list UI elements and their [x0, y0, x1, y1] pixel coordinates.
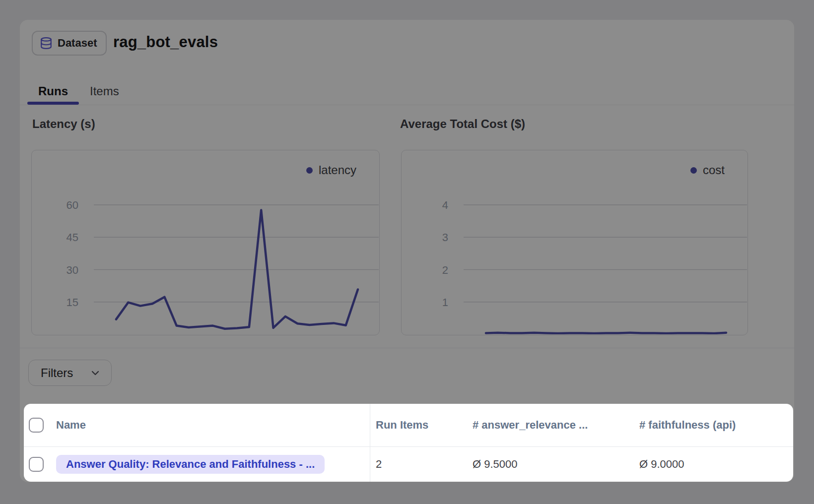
run-name-text: Answer Quality: Relevance and Faithfulne…	[66, 458, 315, 471]
column-header-answer-relevance[interactable]: # answer_relevance ...	[473, 404, 588, 446]
filters-button[interactable]: Filters	[28, 360, 112, 386]
cell-run-items: 2	[376, 446, 382, 482]
tab-runs[interactable]: Runs	[27, 78, 79, 105]
dataset-badge-label: Dataset	[58, 37, 97, 50]
svg-text:2: 2	[442, 264, 448, 276]
cost-legend-label: cost	[703, 163, 725, 177]
latency-chart-canvas: 60453015	[32, 150, 379, 334]
column-divider	[370, 404, 370, 482]
cost-legend-dot	[690, 167, 697, 174]
screenshot-stage: Dataset rag_bot_evals Runs Items Latency…	[0, 0, 814, 504]
svg-text:4: 4	[442, 199, 448, 211]
chart-title-latency: Latency (s)	[32, 117, 95, 131]
tab-runs-label: Runs	[38, 84, 68, 98]
tab-bar: Runs Items	[20, 78, 794, 105]
page-title: rag_bot_evals	[113, 31, 218, 54]
svg-text:15: 15	[67, 296, 78, 309]
cost-legend: cost	[690, 163, 725, 177]
cell-faithfulness: Ø 9.0000	[639, 446, 684, 482]
svg-text:60: 60	[67, 199, 78, 211]
tab-items-label: Items	[90, 84, 119, 98]
chart-title-cost: Average Total Cost ($)	[400, 117, 525, 131]
latency-chart-panel: 60453015 latency	[31, 150, 380, 335]
table-row: Answer Quality: Relevance and Faithfulne…	[24, 446, 793, 482]
chevron-down-icon	[89, 367, 101, 379]
runs-table: Name Run Items # answer_relevance ... # …	[24, 404, 793, 482]
svg-text:45: 45	[67, 231, 78, 244]
cost-chart-canvas: 4321	[402, 150, 747, 334]
select-all-checkbox[interactable]	[29, 418, 44, 433]
column-header-name[interactable]: Name	[56, 404, 86, 446]
svg-text:30: 30	[67, 264, 78, 276]
latency-legend-label: latency	[319, 163, 356, 177]
filters-button-label: Filters	[41, 366, 73, 380]
svg-text:1: 1	[442, 296, 448, 309]
column-header-run-items[interactable]: Run Items	[376, 404, 428, 446]
latency-legend-dot	[306, 167, 313, 174]
table-header-row: Name Run Items # answer_relevance ... # …	[24, 404, 793, 446]
svg-text:3: 3	[442, 231, 448, 244]
dataset-badge: Dataset	[32, 31, 107, 56]
row-checkbox[interactable]	[29, 457, 44, 472]
column-header-faithfulness[interactable]: # faithfulness (api)	[639, 404, 736, 446]
run-name-link[interactable]: Answer Quality: Relevance and Faithfulne…	[56, 455, 325, 474]
active-tab-underline	[27, 102, 79, 105]
database-icon	[40, 37, 53, 50]
latency-legend: latency	[306, 163, 356, 177]
cost-chart-panel: 4321 cost	[401, 150, 748, 335]
section-divider	[20, 348, 794, 348]
tab-items[interactable]: Items	[79, 78, 130, 105]
cell-answer-relevance: Ø 9.5000	[473, 446, 518, 482]
